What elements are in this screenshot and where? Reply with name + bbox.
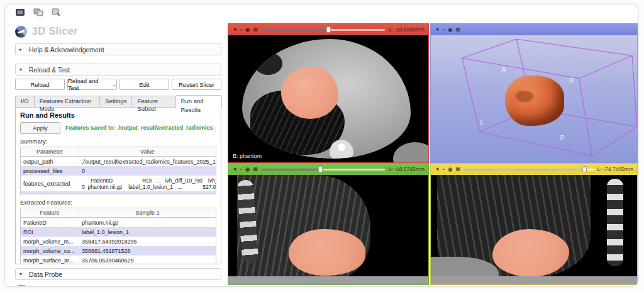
table-row[interactable]: features_extracted PatientID ROI ... ivh… <box>21 176 216 191</box>
module-tabs: I/O Features Extraction Mode Settings Fe… <box>15 96 221 107</box>
visibility-eye-icon[interactable]: ◉ <box>448 27 453 33</box>
feature-value: 35706.05390460629 <box>79 256 216 264</box>
summary-col-parameter[interactable]: Parameter <box>21 147 79 157</box>
tab-settings[interactable]: Settings <box>99 96 132 107</box>
reload-test-section[interactable]: ▾ Reload & Test <box>15 64 221 76</box>
threed-view-controller: ◄ • ◉ ▦ <box>431 24 637 35</box>
pointer-window-icon[interactable] <box>52 8 62 17</box>
pin-icon[interactable]: ◄ <box>435 27 440 32</box>
data-probe-label: Data Probe <box>29 271 62 278</box>
slice-offset-slider[interactable] <box>261 26 385 33</box>
feature-name: morph_volume_m... <box>21 237 79 246</box>
table-row[interactable]: morph_surface_ar... 35706.05390460629 <box>21 256 216 264</box>
orientation-marker-r: R <box>569 77 574 84</box>
green-slice-canvas[interactable] <box>228 175 428 284</box>
pin-icon[interactable]: ◄ <box>232 167 237 172</box>
dot-icon: • <box>240 27 242 32</box>
orientation-marker-p: P <box>560 134 565 142</box>
visibility-eye-icon[interactable]: ◉ <box>245 167 250 172</box>
slice-offset-value: A: -18.5745mm <box>388 166 425 172</box>
table-row[interactable] <box>21 191 216 194</box>
tab-feature-subset[interactable]: Feature Subset <box>131 96 175 107</box>
dataframe-line-1: PatientID ROI ... ivh_diff_i10_i90 ivh_a… <box>82 177 213 184</box>
reload-button[interactable]: Reload <box>15 79 65 90</box>
show-zoomed-slice-checkbox[interactable] <box>18 285 25 287</box>
restart-slicer-button[interactable]: Restart Slicer <box>172 79 221 90</box>
summary-col-value[interactable]: Value <box>79 147 216 157</box>
spine-column <box>607 179 623 266</box>
table-row[interactable]: PatientID phantom.nii.gz <box>21 218 216 228</box>
green-slice-controller: ◄ • ◉ ▦ A: -18.5745mm <box>228 164 428 175</box>
table-row[interactable]: processed_files 0 <box>21 166 216 176</box>
chevron-right-icon: ▸ <box>19 47 25 52</box>
screen-capture-icon[interactable] <box>15 8 26 17</box>
layout-menu-icon[interactable]: ▦ <box>456 167 461 172</box>
feature-name: ROI <box>21 227 79 237</box>
threed-canvas[interactable]: A R L P <box>431 35 637 162</box>
tab-run-and-results[interactable]: Run and Results <box>175 95 222 108</box>
extracted-features-table: Feature Sample 1 PatientID phantom.nii.g… <box>20 208 216 264</box>
summary-param: processed_files <box>21 166 79 176</box>
summary-label: Summary: <box>20 138 216 145</box>
help-acknowledgement-section[interactable]: ▸ Help & Acknowledgement <box>15 43 221 55</box>
feature-value: label_1.0_lesion_1 <box>79 227 216 237</box>
slice-offset-slider[interactable] <box>464 166 594 172</box>
table-row[interactable]: morph_volume_m... 358417.64392018295 <box>21 237 216 246</box>
dot-icon: • <box>240 167 242 172</box>
background-volume-label: B: phantom <box>233 153 262 159</box>
visibility-eye-icon[interactable]: ◉ <box>448 167 453 172</box>
tab-io[interactable]: I/O <box>15 96 35 107</box>
extracted-features-label: Extracted Features: <box>20 199 216 206</box>
couch-strip <box>431 276 637 284</box>
run-results-panel: Run and Results Apply Features saved to:… <box>15 107 221 264</box>
visibility-eye-icon[interactable]: ◉ <box>245 27 250 33</box>
features-header-row: Feature Sample 1 <box>21 208 216 218</box>
show-zoomed-slice-label: Show Zoomed Slice <box>30 286 86 288</box>
reload-and-test-button[interactable]: Reload and Test⌄ <box>67 79 117 90</box>
apply-button[interactable]: Apply <box>20 122 60 134</box>
features-col-feature[interactable]: Feature <box>21 208 79 218</box>
feature-name: morph_volume_co... <box>21 246 79 256</box>
tumor-segment-overlay <box>281 67 338 120</box>
yellow-slice-viewport: ◄ • ◉ ▦ L: -74.7485mm <box>430 163 638 285</box>
table-row[interactable]: output_path ./output_result\extracted_ra… <box>21 157 216 167</box>
edit-button[interactable]: Edit <box>119 79 169 90</box>
summary-value: PatientID ROI ... ivh_diff_i10_i90 ivh_a… <box>79 176 216 191</box>
threed-viewport: ◄ • ◉ ▦ A <box>430 23 638 163</box>
windows-layout-icon[interactable] <box>33 8 44 17</box>
slicer-logo-icon <box>15 26 27 38</box>
status-message: Features saved to: ./output_result\extra… <box>65 125 216 131</box>
red-slice-controller: ◄ • ◉ ▦ S: -10.6500mm <box>228 24 428 35</box>
dropdown-arrow-icon: ⌄ <box>112 82 116 87</box>
couch-strip <box>228 276 428 284</box>
summary-value: ./output_result\extracted_radiomics_feat… <box>79 157 216 167</box>
features-col-sample1[interactable]: Sample 1 <box>79 208 216 218</box>
feature-name: morph_surface_ar... <box>21 256 79 264</box>
orientation-marker-l: L <box>480 118 484 126</box>
data-probe-section[interactable]: ▾ Data Probe <box>15 268 221 280</box>
tumor-3d-model <box>505 76 564 126</box>
layout-menu-icon[interactable]: ▦ <box>253 167 258 172</box>
red-slice-canvas[interactable]: B: phantom <box>228 35 428 162</box>
layout-menu-icon[interactable]: ▦ <box>253 27 258 32</box>
layout-menu-icon[interactable]: ▦ <box>456 27 461 32</box>
app-window: 3D Slicer ▸ Help & Acknowledgement ▾ Rel… <box>4 4 638 287</box>
green-slice-viewport: ◄ • ◉ ▦ A: -18.5745mm <box>228 163 429 285</box>
yellow-slice-canvas[interactable] <box>431 175 637 284</box>
ct-axial-body <box>242 39 411 159</box>
dot-icon: • <box>443 27 445 32</box>
pin-icon[interactable]: ◄ <box>232 27 237 32</box>
feature-name: PatientID <box>21 218 79 228</box>
apply-row: Apply Features saved to: ./output_result… <box>20 122 216 133</box>
slice-offset-slider[interactable] <box>261 166 385 172</box>
table-row[interactable]: morph_volume_co... 358681.451871528 <box>21 246 216 256</box>
table-row[interactable]: ROI label_1.0_lesion_1 <box>21 227 216 237</box>
yellow-slice-controller: ◄ • ◉ ▦ L: -74.7485mm <box>431 164 637 175</box>
summary-value: 0 <box>79 166 216 176</box>
pin-icon[interactable]: ◄ <box>435 167 440 172</box>
summary-param: output_path <box>21 157 79 167</box>
app-header: 3D Slicer <box>15 23 221 40</box>
tab-features-extraction-mode[interactable]: Features Extraction Mode <box>34 96 100 107</box>
main-toolbar <box>5 4 638 21</box>
dot-icon: • <box>443 167 445 172</box>
